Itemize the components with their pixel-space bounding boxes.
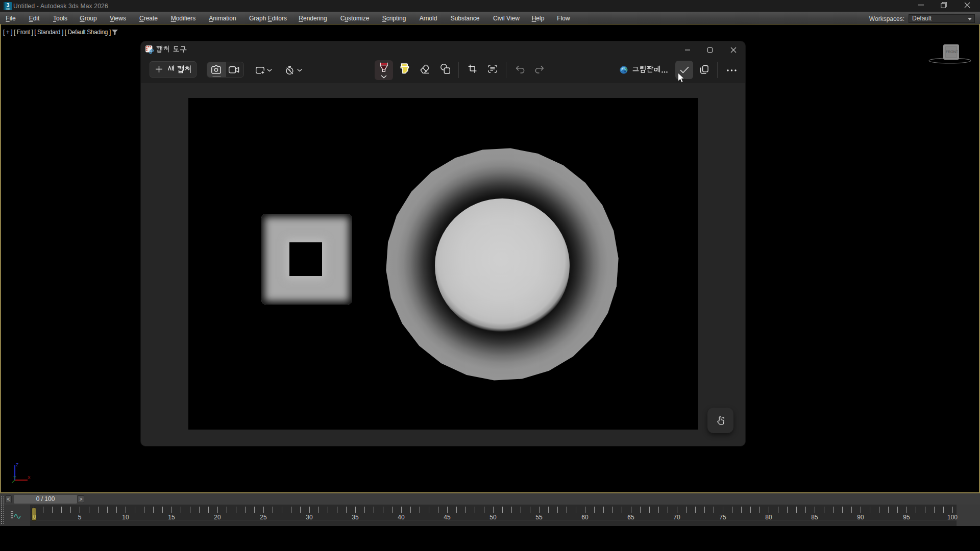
svg-text:X: X <box>28 475 31 480</box>
svg-text:3: 3 <box>7 3 10 8</box>
svg-text:Z: Z <box>16 462 18 467</box>
svg-text:MAX: MAX <box>6 8 10 10</box>
svg-text:Y: Y <box>13 475 16 480</box>
